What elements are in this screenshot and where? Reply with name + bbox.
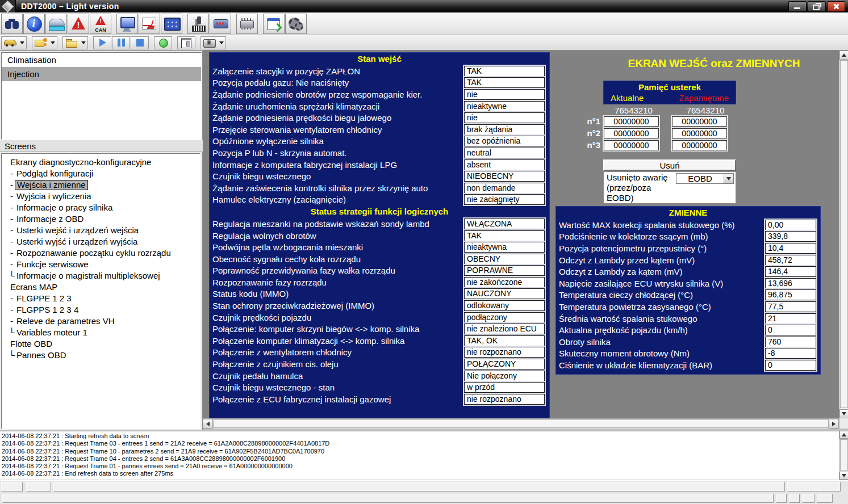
- vehicle-button[interactable]: [45, 14, 67, 34]
- tree-item[interactable]: Flotte OBD: [2, 338, 200, 350]
- dropdown-caret-icon: [51, 41, 55, 44]
- vehicle-small-button[interactable]: [1, 36, 27, 49]
- data-row: Czujnik biegu wstecznego - stan w przód: [210, 381, 549, 393]
- tree-item-label: Informacje o magistrali multipleksowej: [15, 270, 162, 282]
- tree-connector: -: [9, 236, 15, 247]
- tree-item[interactable]: └ Informacje o magistrali multipleksowej: [2, 270, 200, 282]
- tree-item[interactable]: - Usterki wyjść i urządzeń wyjścia: [2, 236, 200, 247]
- tree-item[interactable]: └ Variables moteur 1: [2, 327, 200, 338]
- scroll-down-button[interactable]: [839, 409, 848, 418]
- tree-item[interactable]: - Releve de parametres VH: [2, 316, 200, 327]
- warning-button[interactable]: [68, 14, 89, 34]
- data-row: Poprawność przewidywania fazy wałka rozr…: [210, 265, 549, 277]
- stop-button[interactable]: [131, 36, 149, 49]
- scroll-right-button[interactable]: [829, 419, 839, 429]
- pause-button[interactable]: [112, 36, 130, 49]
- arrow-up-icon: [842, 433, 846, 436]
- gears-icon: [287, 16, 304, 32]
- scroll-thumb[interactable]: [840, 439, 848, 471]
- record-button[interactable]: [154, 36, 172, 49]
- tree-item-label: Informacje z OBD: [15, 213, 85, 225]
- data-row: Załączenie stacyjki w pozycję ZAPŁON TAK: [210, 65, 549, 77]
- restore-button[interactable]: [808, 1, 826, 12]
- arrow-left-icon: [206, 422, 210, 426]
- row-label: Pozycja pedału gazu: Nie naciśnięty: [212, 78, 464, 87]
- monitor-button[interactable]: [116, 14, 138, 34]
- row-value: OBECNY: [464, 254, 545, 264]
- tree-item[interactable]: - Informacje o pracy silnika: [2, 202, 200, 213]
- close-button[interactable]: [827, 1, 845, 12]
- module-list-item[interactable]: Injection: [2, 67, 201, 81]
- can-warning-button[interactable]: CAN: [90, 14, 111, 34]
- scroll-down-button[interactable]: [839, 472, 848, 480]
- status-cell: [1, 482, 23, 492]
- camera-button[interactable]: [200, 36, 226, 49]
- injector-button[interactable]: [187, 14, 209, 34]
- tree-item[interactable]: - FLGPPE 1 2 3: [2, 293, 200, 304]
- variables-panel: ZMIENNE Wartość MAX korekcji spalania st…: [555, 206, 821, 375]
- tree-item[interactable]: - Usterki wejść i urządzeń wejścia: [2, 225, 200, 236]
- panel-title: Stan wejść: [210, 53, 549, 65]
- module-label: Injection: [7, 69, 39, 79]
- folder-user-button[interactable]: [32, 36, 57, 49]
- info-button[interactable]: [23, 14, 45, 34]
- status-bar-lower: [0, 493, 848, 504]
- fault-row-label: n°3: [566, 140, 604, 150]
- window-expand-button[interactable]: [263, 14, 285, 34]
- arrow-right-icon: [832, 422, 836, 426]
- main-vertical-scrollbar[interactable]: [839, 51, 848, 429]
- screens-header-label: Screens: [5, 141, 36, 151]
- tree-item[interactable]: - Informacje z OBD: [2, 213, 200, 225]
- tree-item[interactable]: Ecrans MAP: [2, 282, 200, 293]
- scroll-thumb[interactable]: [840, 60, 848, 408]
- data-row: Połączenie z ECU fabrycznej instalacji g…: [210, 393, 549, 405]
- scroll-up-button[interactable]: [839, 431, 848, 439]
- tree-item[interactable]: └ Pannes OBD: [2, 350, 200, 361]
- eobd-combobox[interactable]: EOBD: [676, 173, 734, 184]
- play-button[interactable]: [93, 36, 111, 49]
- log-vertical-scrollbar[interactable]: [839, 431, 848, 480]
- fault-current-value: 00000000: [604, 128, 659, 138]
- module-list-item[interactable]: Climatisation: [2, 53, 201, 67]
- data-row: Stan ochrony przeciwkradzieżowej (IMMO) …: [210, 300, 549, 312]
- row-label: Ciśnienie w układzie kliematyzacji (BAR): [559, 360, 765, 370]
- tree-item-label: FLGPPE 1 2 3: [15, 293, 73, 304]
- control-panel-button[interactable]: [161, 14, 182, 34]
- tree-item[interactable]: - FLGPPS 1 2 3 4: [2, 304, 200, 316]
- fault-stored-value: 00000000: [672, 140, 727, 150]
- gears-button[interactable]: [285, 14, 307, 34]
- chip-button[interactable]: [236, 14, 258, 34]
- scroll-left-button[interactable]: [203, 419, 213, 429]
- screens-header: Screens: [0, 140, 203, 152]
- data-row: Średnia wartość spalania stukowego 21: [556, 313, 820, 325]
- row-label: Pozycja potencjometru przepustnicy (°): [559, 243, 765, 253]
- main-horizontal-scrollbar[interactable]: [203, 418, 839, 429]
- row-value: podłączony: [464, 312, 545, 323]
- combobox-arrow-button[interactable]: [724, 174, 733, 183]
- tree-item[interactable]: Ekrany diagnostyczno-konfiguracyjne: [2, 157, 200, 168]
- tree-item[interactable]: - Wyjścia i wyliczenia: [2, 191, 200, 202]
- graph-button[interactable]: [139, 14, 160, 34]
- row-label: Żądanie zaświecenia kontrolki silnika pr…: [212, 183, 464, 193]
- scroll-up-button[interactable]: [839, 51, 848, 60]
- input-states-panel: Stan wejść Załączenie stacyjki w pozycję…: [209, 52, 550, 418]
- scroll-thumb[interactable]: [213, 419, 829, 428]
- tree-item[interactable]: - Rozpoznawanie początku cyklu rozrządu: [2, 247, 200, 259]
- bit-header-current: 76543210: [603, 106, 664, 115]
- minimize-button[interactable]: [788, 1, 807, 12]
- connector-button[interactable]: [210, 14, 231, 34]
- tree-connector: -: [9, 259, 15, 270]
- tree-item[interactable]: - Podgląd konfiguracji: [2, 168, 200, 179]
- tree-item[interactable]: - Funkcje serwisowe: [2, 259, 200, 270]
- binoculars-button[interactable]: [1, 14, 23, 34]
- window-layout-button[interactable]: [177, 36, 195, 49]
- clear-faults-button[interactable]: Usuń: [603, 159, 736, 171]
- row-label: Wartość MAX korekcji spalania stukowego …: [559, 220, 765, 230]
- row-value: brak żądania: [464, 124, 545, 135]
- folder-button[interactable]: [62, 36, 88, 49]
- row-label: Rozpoznawanie fazy rozrządu: [212, 278, 464, 287]
- row-label: Opóźnione wyłączenie silnika: [212, 136, 464, 146]
- tree-item[interactable]: - Wejścia i zmienne: [2, 179, 200, 191]
- chevron-down-icon: [726, 177, 731, 180]
- row-label: Połączenie: komputer skrzyni biegów <-> …: [212, 324, 464, 334]
